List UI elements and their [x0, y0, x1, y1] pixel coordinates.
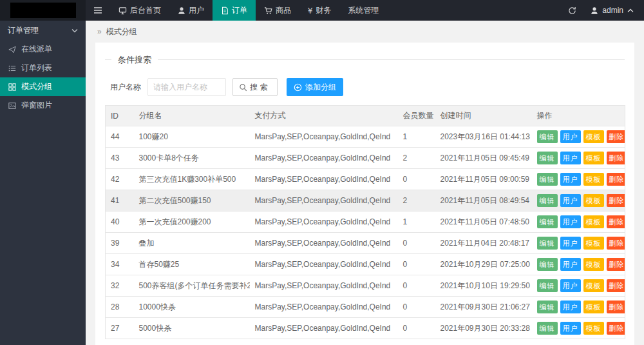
nav-item-goods[interactable]: 商品	[256, 0, 299, 21]
cell-id: 41	[106, 190, 134, 212]
table-row: 32500养客组(多个订单任务需要补200)MarsPay,SEP,Oceanp…	[106, 275, 625, 297]
logo	[0, 0, 86, 21]
admin-menu[interactable]: admin	[584, 0, 644, 21]
cell-member-count: 0	[398, 233, 435, 254]
edit-button[interactable]: 编辑	[537, 301, 558, 313]
user-icon	[178, 6, 185, 15]
refresh-icon[interactable]	[560, 0, 584, 21]
grid-icon	[8, 83, 16, 91]
delete-button[interactable]: 删除	[607, 322, 625, 335]
nav-label: 财务	[316, 5, 331, 16]
col-header-actions: 操作	[532, 106, 625, 126]
table-row: 42第三次充值1K赚300补单500MarsPay,SEP,Oceanpay,G…	[106, 169, 625, 190]
delete-button[interactable]: 删除	[607, 215, 625, 228]
edit-button[interactable]: 编辑	[537, 258, 558, 271]
delete-button[interactable]: 删除	[607, 258, 625, 271]
top-nav: 后台首页 用户 订单 商品 ¥ 财	[110, 0, 387, 21]
cell-id: 39	[106, 233, 134, 254]
cell-group-name: 第二次充值500赚150	[134, 190, 250, 212]
template-button[interactable]: 模板	[583, 194, 604, 207]
cell-member-count: 2	[398, 190, 435, 212]
delete-button[interactable]: 删除	[607, 279, 625, 292]
users-button[interactable]: 用户	[560, 194, 581, 207]
hamburger-icon[interactable]	[86, 0, 110, 21]
edit-button[interactable]: 编辑	[537, 237, 558, 250]
edit-button[interactable]: 编辑	[537, 322, 558, 335]
col-header-member-count: 会员数量	[398, 106, 435, 126]
delete-button[interactable]: 删除	[607, 130, 625, 143]
template-button[interactable]: 模板	[583, 258, 604, 271]
cell-member-count: 1	[398, 126, 435, 148]
cell-member-count: 0	[398, 169, 435, 190]
sidebar-item-mode-groups[interactable]: 模式分组	[0, 77, 86, 96]
nav-label: 订单	[232, 5, 247, 16]
cell-member-count: 0	[398, 254, 435, 275]
table-body: 44100赚20MarsPay,SEP,Oceanpay,GoldInd,QeI…	[106, 126, 625, 339]
template-button[interactable]: 模板	[583, 215, 604, 228]
main-content: » 模式分组 条件搜索 用户名称 搜索	[86, 21, 644, 345]
table-row: 39叠加MarsPay,SEP,Oceanpay,GoldInd,QeInd02…	[106, 233, 625, 254]
nav-item-system[interactable]: 系统管理	[339, 0, 387, 21]
topbar: 后台首页 用户 订单 商品 ¥ 财	[0, 0, 644, 21]
delete-button[interactable]: 删除	[607, 237, 625, 250]
nav-item-orders[interactable]: 订单	[213, 0, 256, 21]
edit-button[interactable]: 编辑	[537, 173, 558, 186]
sidebar-group-label: 订单管理	[8, 25, 39, 36]
add-group-button-label: 添加分组	[305, 82, 336, 93]
cell-group-name: 3000卡单8个任务	[134, 148, 250, 169]
delete-button[interactable]: 删除	[607, 301, 625, 313]
edit-button[interactable]: 编辑	[537, 130, 558, 143]
users-button[interactable]: 用户	[560, 301, 581, 313]
users-button[interactable]: 用户	[560, 279, 581, 292]
users-button[interactable]: 用户	[560, 258, 581, 271]
cell-group-name: 5000快杀	[134, 318, 250, 339]
sidebar-item-order-list[interactable]: 订单列表	[0, 59, 86, 77]
template-button[interactable]: 模板	[583, 130, 604, 143]
cell-id: 32	[106, 275, 134, 297]
users-button[interactable]: 用户	[560, 215, 581, 228]
username-input[interactable]	[147, 78, 226, 96]
users-button[interactable]: 用户	[560, 322, 581, 335]
edit-button[interactable]: 编辑	[537, 215, 558, 228]
edit-button[interactable]: 编辑	[537, 279, 558, 292]
users-button[interactable]: 用户	[560, 152, 581, 164]
fieldset-legend: 条件搜索	[111, 54, 158, 66]
cell-actions: 编辑用户模板删除	[532, 254, 625, 275]
edit-button[interactable]: 编辑	[537, 152, 558, 164]
search-button[interactable]: 搜索	[232, 78, 278, 96]
add-group-button[interactable]: 添加分组	[287, 78, 343, 96]
cell-pay-methods: MarsPay,SEP,Oceanpay,GoldInd,QeInd	[250, 190, 398, 212]
users-button[interactable]: 用户	[560, 237, 581, 250]
users-button[interactable]: 用户	[560, 173, 581, 186]
sidebar-item-popup-image[interactable]: 弹窗图片	[0, 96, 86, 115]
delete-button[interactable]: 删除	[607, 173, 625, 186]
template-button[interactable]: 模板	[583, 237, 604, 250]
template-button[interactable]: 模板	[583, 173, 604, 186]
cell-actions: 编辑用户模板删除	[532, 275, 625, 297]
cell-id: 44	[106, 126, 134, 148]
template-button[interactable]: 模板	[583, 322, 604, 335]
cell-created-time: 2021年09月30日 21:06:27	[435, 297, 532, 318]
template-button[interactable]: 模板	[583, 301, 604, 313]
delete-button[interactable]: 删除	[607, 152, 625, 164]
users-button[interactable]: 用户	[560, 130, 581, 143]
cell-pay-methods: MarsPay,SEP,Oceanpay,GoldInd,QeInd	[250, 318, 398, 339]
cell-group-name: 第三次充值1K赚300补单500	[134, 169, 250, 190]
edit-button[interactable]: 编辑	[537, 194, 558, 207]
cell-actions: 编辑用户模板删除	[532, 126, 625, 148]
delete-button[interactable]: 删除	[607, 194, 625, 207]
nav-label: 用户	[189, 5, 204, 16]
sidebar-item-online-dispatch[interactable]: 在线派单	[0, 40, 86, 59]
cell-actions: 编辑用户模板删除	[532, 148, 625, 169]
nav-item-dashboard[interactable]: 后台首页	[110, 0, 169, 21]
cell-id: 42	[106, 169, 134, 190]
order-icon	[221, 6, 229, 15]
nav-item-finance[interactable]: ¥ 财务	[299, 0, 339, 21]
image-icon	[8, 102, 16, 110]
template-button[interactable]: 模板	[583, 279, 604, 292]
sidebar-group-order-management[interactable]: 订单管理	[0, 21, 86, 40]
nav-item-users[interactable]: 用户	[169, 0, 213, 21]
cell-member-count: 0	[398, 297, 435, 318]
template-button[interactable]: 模板	[583, 152, 604, 164]
username-label: 用户名称	[110, 82, 141, 93]
